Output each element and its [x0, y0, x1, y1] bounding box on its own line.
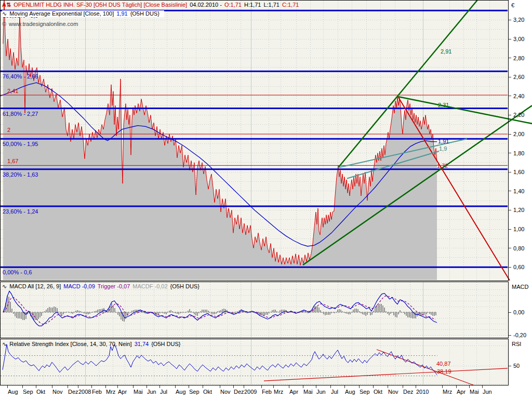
- wave-icon: ∿: [2, 341, 7, 347]
- macd-indicator-header: ∿MACD All [12, 26, 9]MACD -0,09Trigger -…: [2, 283, 202, 290]
- watermark-text: www.tradesignalonline.com: [9, 21, 78, 27]
- watermark: ©www.tradesignalonline.com: [2, 21, 81, 28]
- macd-value: MACD -0,09: [63, 283, 95, 289]
- ema-value: 1,91: [116, 10, 127, 17]
- quote-low: L:1,71: [263, 2, 280, 8]
- chart-canvas[interactable]: [0, 0, 532, 399]
- macd-trigger-value: Trigger -0,07: [98, 283, 130, 289]
- quote-date: 04.02.2010 -: [190, 2, 222, 8]
- ema-label: Moving Average Exponential [Close, 100]: [9, 10, 114, 17]
- rsi-label: Relative Strength Index [Close, 14, 30, …: [9, 341, 131, 347]
- rsi-indicator-header: ∿Relative Strength Index [Close, 14, 30,…: [2, 341, 183, 348]
- quote-high: H:1,71: [244, 2, 261, 8]
- macdf-value: MACDF -0,02: [132, 283, 167, 289]
- rsi-context: {O5H DUS}: [151, 341, 180, 347]
- instrument-header: A⇅OPENLIMIT HLDG INH. SF-30 [O5H DUS Täg…: [2, 2, 301, 8]
- quote-open: O:1,71: [224, 2, 242, 8]
- tradesignal-chart-window: 100,00% - 3,376,40% - 2,6661,80% - 2,275…: [0, 0, 532, 399]
- rsi-value: 31,74: [135, 341, 149, 347]
- instrument-title: OPENLIMIT HLDG INH. SF-30 [O5H DUS Tägli…: [14, 2, 187, 8]
- wave-icon: ∿: [2, 10, 7, 17]
- copyright-icon: ©: [2, 21, 6, 27]
- wave-icon: ∿: [2, 283, 7, 289]
- ema-indicator-header: ∿Moving Average Exponential [Close, 100]…: [2, 10, 164, 17]
- macd-context: {O5H DUS}: [170, 283, 200, 289]
- macd-label: MACD All [12, 26, 9]: [9, 283, 61, 289]
- instrument-icon: A⇅: [2, 2, 11, 8]
- ema-context: {O5H DUS}: [130, 10, 159, 17]
- quote-close: C:1,71: [282, 2, 299, 8]
